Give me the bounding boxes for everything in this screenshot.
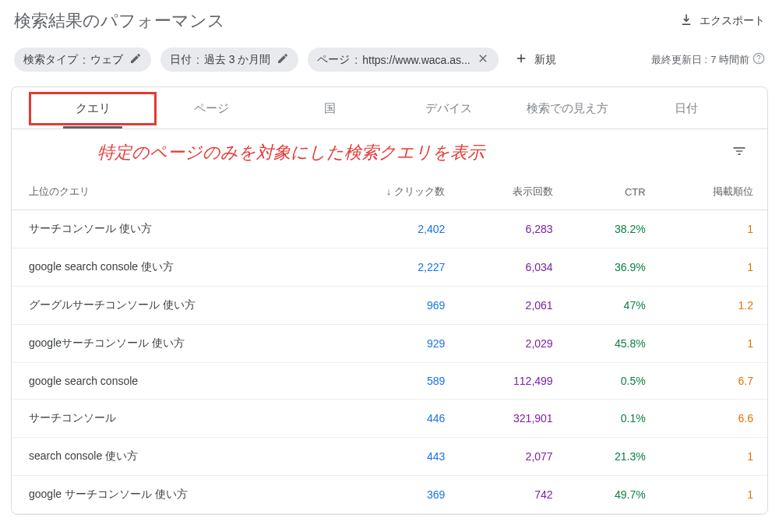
tab-countries[interactable]: 国 [271, 87, 390, 129]
cell-impressions: 2,029 [459, 325, 566, 363]
last-updated-label: 最終更新日 [651, 53, 702, 67]
cell-query: グーグルサーチコンソール 使い方 [12, 287, 323, 325]
tab-label: 日付 [675, 101, 698, 115]
chip-search-type[interactable]: 検索タイプ: ウェブ [14, 48, 151, 72]
chip-page[interactable]: ページ: https://www.waca.as... [308, 48, 498, 72]
download-icon [679, 13, 693, 30]
chip-new[interactable]: 新規 [508, 47, 562, 72]
cell-clicks: 2,227 [323, 248, 459, 287]
help-icon[interactable] [753, 52, 765, 67]
page-header: 検索結果のパフォーマンス エクスポート [9, 3, 770, 47]
results-card: クエリ ページ 国 デバイス 検索での見え方 日付 特定のページのみを対象にした… [11, 86, 768, 515]
tab-label: ページ [194, 101, 229, 115]
table-row[interactable]: サーチコンソール 使い方2,4026,28338.2%1 [12, 210, 767, 248]
table-row[interactable]: google search console 使い方2,2276,03436.9%… [12, 248, 767, 287]
plus-icon [514, 51, 528, 68]
filter-icon[interactable] [727, 139, 752, 166]
chip-value: https://www.waca.as... [362, 54, 471, 66]
table-row[interactable]: グーグルサーチコンソール 使い方9692,06147%1.2 [12, 287, 767, 325]
cell-clicks: 369 [323, 476, 459, 514]
new-label: 新規 [534, 53, 556, 67]
queries-table: 上位のクエリ ↓クリック数 表示回数 CTR 掲載順位 サーチコンソール 使い方… [12, 174, 767, 514]
cell-position: 6.7 [660, 363, 767, 400]
annotation-row: 特定のページのみを対象にした検索クエリを表示 [12, 129, 767, 174]
close-icon[interactable] [477, 52, 489, 67]
cell-impressions: 6,283 [459, 210, 566, 248]
cell-query: google サーチコンソール 使い方 [12, 476, 323, 514]
tab-devices[interactable]: デバイス [390, 87, 508, 129]
filter-bar: 検索タイプ: ウェブ 日付: 過去 3 か月間 ページ: https://www… [9, 47, 770, 86]
tab-dates[interactable]: 日付 [627, 87, 746, 129]
tab-pages[interactable]: ページ [152, 87, 270, 129]
cell-position: 6.6 [660, 400, 767, 438]
cell-clicks: 969 [323, 287, 459, 325]
cell-impressions: 2,061 [459, 287, 566, 325]
cell-query: googleサーチコンソール 使い方 [12, 325, 323, 363]
cell-impressions: 6,034 [459, 248, 566, 287]
cell-clicks: 443 [323, 438, 459, 476]
cell-query: search console 使い方 [12, 438, 323, 476]
export-button[interactable]: エクスポート [679, 13, 765, 30]
cell-ctr: 36.9% [567, 248, 660, 287]
table-row[interactable]: google search console589112,4990.5%6.7 [12, 363, 767, 400]
cell-position: 1.2 [660, 287, 767, 325]
col-header-ctr[interactable]: CTR [567, 174, 660, 210]
data-tabs: クエリ ページ 国 デバイス 検索での見え方 日付 [12, 87, 767, 129]
cell-impressions: 742 [459, 476, 566, 514]
cell-clicks: 929 [323, 325, 459, 363]
cell-ctr: 0.5% [567, 363, 660, 400]
tab-label: クエリ [76, 101, 111, 115]
col-header-impressions[interactable]: 表示回数 [459, 174, 566, 210]
chip-label: ページ [317, 53, 350, 67]
tab-search-appearance[interactable]: 検索での見え方 [508, 87, 626, 129]
table-row[interactable]: サーチコンソール446321,9010.1%6.6 [12, 400, 767, 438]
annotation-text: 特定のページのみを対象にした検索クエリを表示 [97, 141, 485, 164]
col-header-query[interactable]: 上位のクエリ [12, 174, 323, 210]
cell-impressions: 112,499 [459, 363, 566, 400]
tab-label: デバイス [425, 101, 472, 115]
col-header-clicks[interactable]: ↓クリック数 [323, 174, 459, 210]
chip-date[interactable]: 日付: 過去 3 か月間 [160, 48, 298, 72]
cell-position: 1 [660, 210, 767, 248]
export-label: エクスポート [700, 14, 765, 28]
cell-impressions: 2,077 [459, 438, 566, 476]
cell-impressions: 321,901 [459, 400, 566, 438]
cell-position: 1 [660, 325, 767, 363]
cell-clicks: 589 [323, 363, 459, 400]
cell-ctr: 45.8% [567, 325, 660, 363]
tab-label: 検索での見え方 [527, 101, 608, 115]
cell-query: google search console 使い方 [12, 248, 323, 287]
last-updated: 最終更新日: 7 時間前 [651, 52, 765, 67]
cell-ctr: 21.3% [567, 438, 660, 476]
pencil-icon [129, 52, 142, 67]
chip-label: 日付 [170, 53, 192, 67]
pencil-icon [277, 52, 289, 67]
cell-position: 1 [660, 438, 767, 476]
cell-ctr: 47% [567, 287, 660, 325]
cell-ctr: 38.2% [567, 210, 660, 248]
cell-ctr: 49.7% [567, 476, 660, 514]
tab-query[interactable]: クエリ [33, 87, 152, 129]
table-row[interactable]: google サーチコンソール 使い方36974249.7%1 [12, 476, 767, 514]
table-row[interactable]: search console 使い方4432,07721.3%1 [12, 438, 767, 476]
sort-down-icon: ↓ [386, 185, 392, 197]
col-header-position[interactable]: 掲載順位 [660, 174, 767, 210]
cell-position: 1 [660, 476, 767, 514]
tab-label: 国 [324, 101, 336, 115]
cell-clicks: 446 [323, 400, 459, 438]
cell-ctr: 0.1% [567, 400, 660, 438]
cell-query: サーチコンソール [12, 400, 323, 438]
chip-value: 過去 3 か月間 [204, 53, 271, 67]
table-row[interactable]: googleサーチコンソール 使い方9292,02945.8%1 [12, 325, 767, 363]
cell-query: google search console [12, 363, 323, 400]
chip-label: 検索タイプ [23, 53, 78, 67]
last-updated-value: 7 時間前 [710, 53, 749, 67]
cell-query: サーチコンソール 使い方 [12, 210, 323, 248]
cell-clicks: 2,402 [323, 210, 459, 248]
page-title: 検索結果のパフォーマンス [14, 9, 225, 33]
chip-value: ウェブ [90, 53, 123, 67]
cell-position: 1 [660, 248, 767, 287]
